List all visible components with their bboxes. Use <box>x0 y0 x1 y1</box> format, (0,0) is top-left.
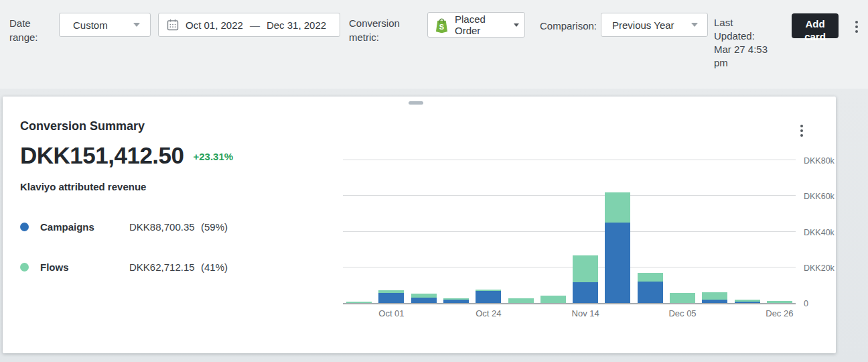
y-axis-tick-label: DKK60k <box>804 192 835 201</box>
x-axis-tick-label: Dec 05 <box>668 308 696 318</box>
add-card-button[interactable]: Add card <box>792 13 839 38</box>
conversion-summary-card: Conversion Summary DKK151,412.50 +23.31%… <box>3 97 836 353</box>
bar-week-7[interactable] <box>540 296 566 303</box>
bar-segment-campaigns[interactable] <box>378 293 404 303</box>
bar-week-13[interactable] <box>735 300 760 303</box>
bar-segment-campaigns[interactable] <box>605 223 630 303</box>
y-axis-tick-label: DKK20k <box>804 263 835 273</box>
legend-item-campaigns[interactable]: Campaigns DKK88,700.35 (59%) <box>20 220 228 233</box>
chevron-down-icon <box>691 23 698 27</box>
bar-week-4[interactable] <box>443 298 469 303</box>
conversion-metric-label: Conversion metric: <box>349 16 413 44</box>
bar-week-2[interactable] <box>378 290 404 303</box>
bar-week-3[interactable] <box>411 294 437 303</box>
bar-segment-flows[interactable] <box>638 273 663 282</box>
y-axis-tick-label: 0 <box>804 299 808 308</box>
y-axis-tick-label: DKK80k <box>804 156 835 166</box>
toolbar-kebab-menu-icon[interactable] <box>855 21 858 33</box>
campaigns-dot-icon <box>20 223 29 231</box>
date-end-value: Dec 31, 2022 <box>267 19 326 31</box>
bar-week-1[interactable] <box>346 302 372 303</box>
bar-segment-campaigns[interactable] <box>573 282 598 303</box>
bar-segment-flows[interactable] <box>670 293 695 303</box>
gridline <box>343 195 796 196</box>
bar-week-8[interactable] <box>573 255 598 303</box>
bar-segment-campaigns[interactable] <box>411 298 437 303</box>
comparison-label: Comparison: <box>540 19 597 33</box>
bar-week-14[interactable] <box>767 301 792 303</box>
card-title: Conversion Summary <box>20 119 145 133</box>
legend-percent: (41%) <box>201 261 228 273</box>
bar-segment-campaigns[interactable] <box>702 300 727 303</box>
conversion-metric-select[interactable]: S Placed Order <box>427 12 525 38</box>
bar-week-12[interactable] <box>702 292 727 303</box>
gridline <box>343 160 796 160</box>
bar-week-5[interactable] <box>476 290 501 303</box>
bar-segment-flows[interactable] <box>346 302 372 303</box>
date-separator: — <box>250 19 260 31</box>
bar-segment-flows[interactable] <box>508 298 534 303</box>
flows-dot-icon <box>20 263 29 272</box>
comparison-value: Previous Year <box>612 19 674 31</box>
change-percent-badge: +23.31% <box>194 151 234 162</box>
x-axis-tick-label: Oct 01 <box>378 308 404 318</box>
date-preset-select[interactable]: Custom <box>59 13 151 37</box>
chart-plot <box>343 154 796 304</box>
gridline <box>343 231 796 232</box>
date-range-label: Date range: <box>9 16 51 44</box>
bar-segment-campaigns[interactable] <box>735 302 760 303</box>
conversion-metric-value: Placed Order <box>455 13 508 36</box>
legend-value: DKK62,712.15 <box>129 261 201 273</box>
bar-segment-flows[interactable] <box>702 292 727 299</box>
bar-segment-flows[interactable] <box>767 301 792 303</box>
card-drag-handle[interactable] <box>409 101 423 105</box>
y-axis-tick-label: DKK40k <box>804 228 835 237</box>
bar-segment-campaigns[interactable] <box>476 291 501 303</box>
bar-week-10[interactable] <box>638 273 663 303</box>
bar-segment-flows[interactable] <box>573 255 598 282</box>
bar-segment-campaigns[interactable] <box>443 300 469 303</box>
legend-item-flows[interactable]: Flows DKK62,712.15 (41%) <box>20 260 228 274</box>
total-value-row: DKK151,412.50 +23.31% <box>20 142 233 169</box>
bar-week-9[interactable] <box>605 192 630 303</box>
comparison-select[interactable]: Previous Year <box>601 13 708 37</box>
chevron-down-icon <box>133 23 140 27</box>
shopify-icon: S <box>435 17 449 33</box>
x-axis-tick-label: Nov 14 <box>572 308 599 318</box>
legend-percent: (59%) <box>201 221 228 233</box>
calendar-icon <box>167 19 179 31</box>
total-revenue-value: DKK151,412.50 <box>20 142 184 169</box>
gridline <box>343 267 796 267</box>
x-axis-tick-label: Oct 24 <box>476 308 501 318</box>
date-range-picker[interactable]: Oct 01, 2022 — Dec 31, 2022 <box>158 13 340 37</box>
toolbar: Date range: Custom Oct 01, 2022 — Dec 31… <box>0 0 868 89</box>
x-axis-tick-label: Dec 26 <box>766 308 793 318</box>
revenue-bar-chart: DKK80kDKK60kDKK40kDKK20k0Oct 01Oct 24Nov… <box>343 154 836 331</box>
card-kebab-menu-icon[interactable] <box>800 125 803 137</box>
date-preset-value: Custom <box>73 19 108 31</box>
last-updated-text: Last Updated: Mar 27 4:53 pm <box>714 16 772 70</box>
bar-segment-campaigns[interactable] <box>638 282 663 303</box>
chevron-down-icon <box>514 23 519 27</box>
legend-label: Flows <box>40 261 129 273</box>
bar-week-6[interactable] <box>508 298 534 303</box>
card-subtitle: Klaviyo attributed revenue <box>20 181 146 192</box>
legend-label: Campaigns <box>40 221 129 233</box>
legend-value: DKK88,700.35 <box>129 221 201 233</box>
bar-segment-flows[interactable] <box>540 296 566 303</box>
date-start-value: Oct 01, 2022 <box>186 19 243 31</box>
bar-week-11[interactable] <box>670 293 695 303</box>
bar-segment-flows[interactable] <box>605 192 630 223</box>
svg-text:S: S <box>439 22 444 30</box>
